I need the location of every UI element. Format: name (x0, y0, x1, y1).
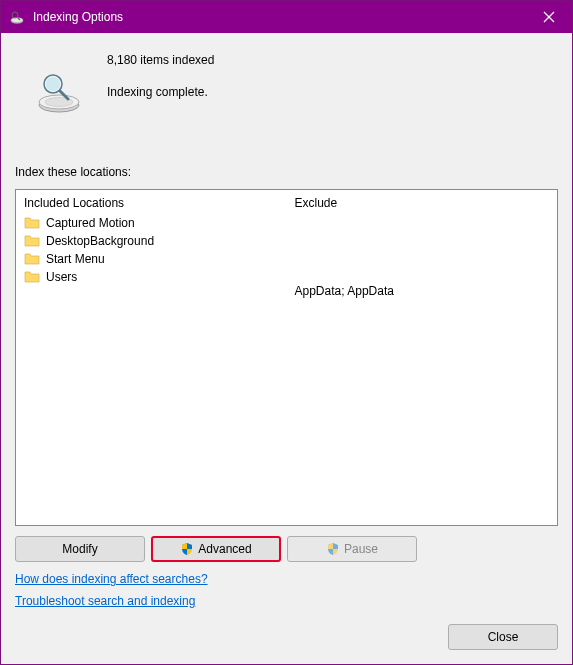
modify-label: Modify (62, 542, 97, 556)
indexing-options-window: Indexing Options 8,180 items inde (0, 0, 573, 665)
location-item[interactable]: Users (24, 268, 279, 286)
status-area: 8,180 items indexed Indexing complete. (35, 51, 558, 115)
folder-icon (24, 252, 40, 266)
exclude-header: Exclude (295, 196, 550, 214)
magnifier-drive-icon (35, 67, 83, 115)
help-links: How does indexing affect searches? Troub… (15, 572, 558, 608)
locations-listbox[interactable]: Included Locations Captured Motion Deskt… (15, 189, 558, 526)
pause-button: Pause (287, 536, 417, 562)
button-row: Modify Advanced (15, 536, 558, 562)
pause-label: Pause (344, 542, 378, 556)
window-title: Indexing Options (33, 10, 526, 24)
svg-point-10 (46, 77, 60, 91)
close-window-button[interactable] (526, 1, 572, 33)
exclude-value (295, 214, 550, 236)
status-text-block: 8,180 items indexed Indexing complete. (107, 51, 214, 115)
location-item[interactable]: DesktopBackground (24, 232, 279, 250)
included-header: Included Locations (24, 196, 279, 214)
shield-icon (326, 542, 340, 556)
indexing-app-icon (9, 9, 25, 25)
indexed-count: 8,180 items indexed (107, 53, 214, 67)
content-area: 8,180 items indexed Indexing complete. I… (1, 33, 572, 664)
advanced-label: Advanced (198, 542, 251, 556)
close-icon (543, 11, 555, 23)
folder-icon (24, 270, 40, 284)
exclude-column: Exclude AppData; AppData (287, 190, 558, 525)
titlebar: Indexing Options (1, 1, 572, 33)
exclude-value (295, 258, 550, 280)
help-link[interactable]: How does indexing affect searches? (15, 572, 208, 586)
svg-point-1 (11, 18, 23, 23)
location-name: Users (46, 270, 77, 284)
modify-button[interactable]: Modify (15, 536, 145, 562)
location-name: Captured Motion (46, 216, 135, 230)
location-name: Start Menu (46, 252, 105, 266)
folder-icon (24, 216, 40, 230)
included-column: Included Locations Captured Motion Deskt… (16, 190, 287, 525)
location-item[interactable]: Start Menu (24, 250, 279, 268)
advanced-button[interactable]: Advanced (151, 536, 281, 562)
footer: Close (15, 624, 558, 650)
close-button[interactable]: Close (448, 624, 558, 650)
location-name: DesktopBackground (46, 234, 154, 248)
indexing-status: Indexing complete. (107, 85, 214, 99)
locations-label: Index these locations: (15, 165, 558, 179)
folder-icon (24, 234, 40, 248)
exclude-value: AppData; AppData (295, 280, 550, 302)
troubleshoot-link[interactable]: Troubleshoot search and indexing (15, 594, 195, 608)
shield-icon (180, 542, 194, 556)
exclude-value (295, 236, 550, 258)
location-item[interactable]: Captured Motion (24, 214, 279, 232)
